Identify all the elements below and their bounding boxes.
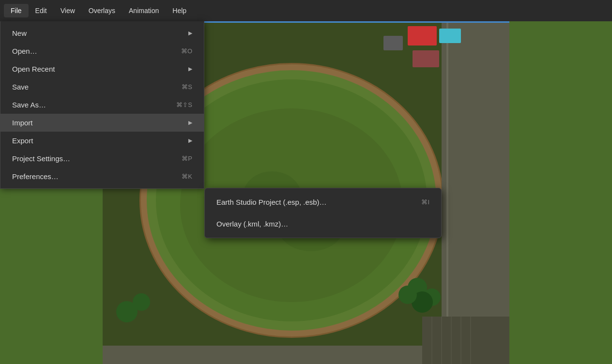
menu-item-new[interactable]: New ▶ [0,24,204,42]
svg-rect-13 [383,36,403,50]
earth-studio-project-shortcut: ⌘I [421,198,429,206]
submenu-item-overlay[interactable]: Overlay (.kml, .kmz)… [205,213,441,235]
svg-rect-18 [422,317,509,364]
menubar-item-overlays[interactable]: Overlays [82,4,122,17]
svg-rect-9 [446,21,448,364]
menu-item-open-label: Open… [12,47,173,55]
menubar-item-file[interactable]: File [4,4,29,17]
menu-item-export-label: Export [12,136,184,145]
menu-item-preferences[interactable]: Preferences… ⌘K [0,167,204,185]
menubar-item-animation[interactable]: Animation [122,4,166,17]
menu-item-open-recent-label: Open Recent [12,65,184,73]
menubar: File Edit View Overlays Animation Help [0,0,612,21]
svg-rect-8 [442,21,509,364]
menu-item-project-settings-shortcut: ⌘P [182,155,192,162]
menu-item-export[interactable]: Export ▶ [0,132,204,150]
overlay-label: Overlay (.kml, .kmz)… [216,220,288,228]
menu-item-open-shortcut: ⌘O [181,47,192,55]
menu-item-preferences-shortcut: ⌘K [182,173,192,180]
menubar-item-view[interactable]: View [54,4,82,17]
menu-item-preferences-label: Preferences… [12,172,174,181]
menu-item-import[interactable]: Import ▶ [0,114,204,132]
svg-rect-12 [413,50,439,67]
svg-point-26 [133,293,150,311]
menu-item-new-label: New [12,29,184,37]
svg-rect-11 [439,29,461,43]
import-submenu: Earth Studio Project (.esp, .esb)… ⌘I Ov… [204,188,442,238]
menubar-item-help[interactable]: Help [166,4,193,17]
new-submenu-arrow: ▶ [188,30,192,36]
menu-item-project-settings-label: Project Settings… [12,154,174,163]
menu-item-open[interactable]: Open… ⌘O [0,42,204,60]
submenu-item-earth-studio-project[interactable]: Earth Studio Project (.esp, .esb)… ⌘I [205,191,441,213]
menu-item-project-settings[interactable]: Project Settings… ⌘P [0,150,204,167]
export-submenu-arrow: ▶ [188,137,192,144]
file-dropdown-menu: New ▶ Open… ⌘O Open Recent ▶ Save ⌘S Sav… [0,21,204,189]
menubar-item-edit[interactable]: Edit [29,4,54,17]
svg-point-17 [398,286,417,304]
svg-rect-24 [103,346,422,364]
svg-rect-10 [408,26,437,46]
open-recent-submenu-arrow: ▶ [188,66,192,72]
menu-item-save-as-shortcut: ⌘⇧S [176,101,192,108]
menu-item-save-as[interactable]: Save As… ⌘⇧S [0,96,204,114]
menu-item-save-as-label: Save As… [12,101,168,109]
import-submenu-arrow: ▶ [188,120,192,126]
menu-item-open-recent[interactable]: Open Recent ▶ [0,60,204,78]
earth-studio-project-label: Earth Studio Project (.esp, .esb)… [216,198,327,206]
menu-item-save-label: Save [12,83,174,91]
menu-item-save[interactable]: Save ⌘S [0,78,204,96]
menu-item-import-label: Import [12,119,184,127]
menu-item-save-shortcut: ⌘S [182,83,192,91]
